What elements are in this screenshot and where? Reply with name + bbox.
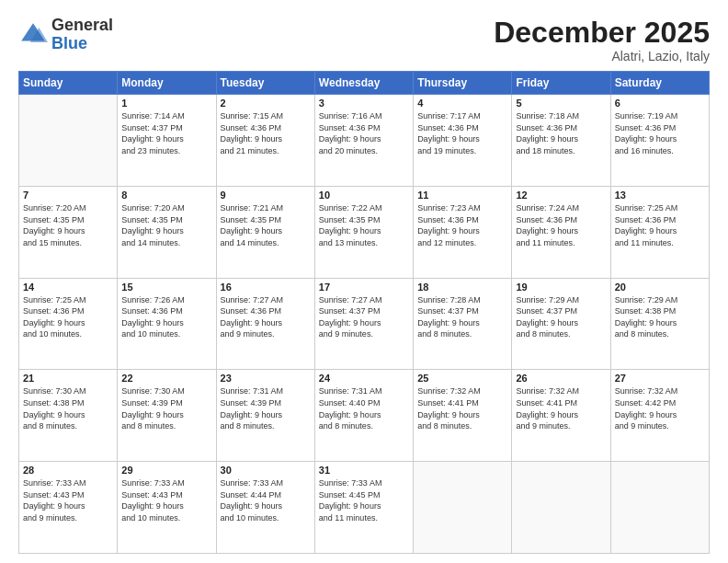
day-info: Sunrise: 7:16 AMSunset: 4:36 PMDaylight:…	[319, 110, 409, 156]
table-row: 3Sunrise: 7:16 AMSunset: 4:36 PMDaylight…	[314, 95, 413, 187]
day-info: Sunrise: 7:32 AMSunset: 4:42 PMDaylight:…	[615, 385, 705, 431]
day-info: Sunrise: 7:31 AMSunset: 4:39 PMDaylight:…	[221, 385, 311, 431]
logo-general: General	[51, 16, 113, 34]
table-row: 8Sunrise: 7:20 AMSunset: 4:35 PMDaylight…	[118, 186, 216, 278]
day-info: Sunrise: 7:32 AMSunset: 4:41 PMDaylight:…	[516, 385, 606, 431]
table-row: 26Sunrise: 7:32 AMSunset: 4:41 PMDayligh…	[512, 370, 610, 462]
logo-blue: Blue	[51, 34, 87, 52]
col-monday: Monday	[118, 72, 216, 95]
day-number: 8	[121, 190, 211, 201]
table-row	[19, 95, 118, 187]
day-number: 19	[516, 282, 606, 293]
day-info: Sunrise: 7:30 AMSunset: 4:38 PMDaylight:…	[23, 385, 113, 431]
table-row: 13Sunrise: 7:25 AMSunset: 4:36 PMDayligh…	[610, 186, 709, 278]
calendar-week-row: 21Sunrise: 7:30 AMSunset: 4:38 PMDayligh…	[19, 370, 710, 462]
day-info: Sunrise: 7:19 AMSunset: 4:36 PMDaylight:…	[615, 110, 705, 156]
table-row: 28Sunrise: 7:33 AMSunset: 4:43 PMDayligh…	[19, 462, 118, 554]
day-number: 2	[221, 98, 311, 109]
day-info: Sunrise: 7:33 AMSunset: 4:45 PMDaylight:…	[319, 477, 409, 523]
logo-icon	[18, 20, 48, 50]
table-row: 16Sunrise: 7:27 AMSunset: 4:36 PMDayligh…	[216, 278, 314, 370]
col-wednesday: Wednesday	[314, 72, 413, 95]
table-row: 7Sunrise: 7:20 AMSunset: 4:35 PMDaylight…	[19, 186, 118, 278]
day-number: 1	[121, 98, 211, 109]
table-row: 1Sunrise: 7:14 AMSunset: 4:37 PMDaylight…	[118, 95, 216, 187]
day-info: Sunrise: 7:27 AMSunset: 4:36 PMDaylight:…	[221, 294, 311, 340]
header: General Blue December 2025 Alatri, Lazio…	[18, 17, 710, 63]
day-info: Sunrise: 7:31 AMSunset: 4:40 PMDaylight:…	[319, 385, 409, 431]
calendar-week-row: 1Sunrise: 7:14 AMSunset: 4:37 PMDaylight…	[19, 95, 710, 187]
logo: General Blue	[18, 17, 113, 53]
day-number: 25	[417, 373, 507, 384]
calendar-week-row: 28Sunrise: 7:33 AMSunset: 4:43 PMDayligh…	[19, 462, 710, 554]
day-number: 29	[121, 465, 211, 476]
calendar-header-row: Sunday Monday Tuesday Wednesday Thursday…	[19, 72, 710, 95]
table-row: 4Sunrise: 7:17 AMSunset: 4:36 PMDaylight…	[414, 95, 512, 187]
table-row: 6Sunrise: 7:19 AMSunset: 4:36 PMDaylight…	[610, 95, 709, 187]
col-thursday: Thursday	[414, 72, 512, 95]
day-info: Sunrise: 7:33 AMSunset: 4:43 PMDaylight:…	[121, 477, 211, 523]
calendar-week-row: 14Sunrise: 7:25 AMSunset: 4:36 PMDayligh…	[19, 278, 710, 370]
day-number: 11	[417, 190, 507, 201]
day-info: Sunrise: 7:25 AMSunset: 4:36 PMDaylight:…	[615, 202, 705, 248]
day-number: 17	[319, 282, 409, 293]
day-number: 12	[516, 190, 606, 201]
table-row: 25Sunrise: 7:32 AMSunset: 4:41 PMDayligh…	[414, 370, 512, 462]
col-saturday: Saturday	[610, 72, 709, 95]
table-row: 14Sunrise: 7:25 AMSunset: 4:36 PMDayligh…	[19, 278, 118, 370]
day-number: 21	[23, 373, 113, 384]
day-info: Sunrise: 7:15 AMSunset: 4:36 PMDaylight:…	[221, 110, 311, 156]
day-info: Sunrise: 7:18 AMSunset: 4:36 PMDaylight:…	[516, 110, 606, 156]
table-row: 23Sunrise: 7:31 AMSunset: 4:39 PMDayligh…	[216, 370, 314, 462]
table-row: 31Sunrise: 7:33 AMSunset: 4:45 PMDayligh…	[314, 462, 413, 554]
calendar-week-row: 7Sunrise: 7:20 AMSunset: 4:35 PMDaylight…	[19, 186, 710, 278]
col-sunday: Sunday	[19, 72, 118, 95]
day-info: Sunrise: 7:33 AMSunset: 4:43 PMDaylight:…	[23, 477, 113, 523]
day-number: 26	[516, 373, 606, 384]
day-info: Sunrise: 7:21 AMSunset: 4:35 PMDaylight:…	[221, 202, 311, 248]
calendar-table: Sunday Monday Tuesday Wednesday Thursday…	[18, 71, 710, 554]
day-info: Sunrise: 7:26 AMSunset: 4:36 PMDaylight:…	[121, 294, 211, 340]
day-info: Sunrise: 7:23 AMSunset: 4:36 PMDaylight:…	[417, 202, 507, 248]
day-number: 4	[417, 98, 507, 109]
day-number: 28	[23, 465, 113, 476]
table-row: 22Sunrise: 7:30 AMSunset: 4:39 PMDayligh…	[118, 370, 216, 462]
day-number: 30	[221, 465, 311, 476]
table-row: 21Sunrise: 7:30 AMSunset: 4:38 PMDayligh…	[19, 370, 118, 462]
table-row: 30Sunrise: 7:33 AMSunset: 4:44 PMDayligh…	[216, 462, 314, 554]
day-number: 27	[615, 373, 705, 384]
day-number: 5	[516, 98, 606, 109]
day-info: Sunrise: 7:14 AMSunset: 4:37 PMDaylight:…	[121, 110, 211, 156]
col-friday: Friday	[512, 72, 610, 95]
day-number: 15	[121, 282, 211, 293]
day-number: 10	[319, 190, 409, 201]
day-number: 7	[23, 190, 113, 201]
table-row: 18Sunrise: 7:28 AMSunset: 4:37 PMDayligh…	[414, 278, 512, 370]
day-number: 18	[417, 282, 507, 293]
day-number: 3	[319, 98, 409, 109]
day-info: Sunrise: 7:27 AMSunset: 4:37 PMDaylight:…	[319, 294, 409, 340]
col-tuesday: Tuesday	[216, 72, 314, 95]
table-row: 9Sunrise: 7:21 AMSunset: 4:35 PMDaylight…	[216, 186, 314, 278]
day-number: 31	[319, 465, 409, 476]
page: General Blue December 2025 Alatri, Lazio…	[0, 0, 728, 563]
calendar-title: December 2025	[494, 17, 710, 49]
day-number: 22	[121, 373, 211, 384]
table-row	[414, 462, 512, 554]
table-row: 10Sunrise: 7:22 AMSunset: 4:35 PMDayligh…	[314, 186, 413, 278]
table-row: 2Sunrise: 7:15 AMSunset: 4:36 PMDaylight…	[216, 95, 314, 187]
table-row: 11Sunrise: 7:23 AMSunset: 4:36 PMDayligh…	[414, 186, 512, 278]
table-row: 27Sunrise: 7:32 AMSunset: 4:42 PMDayligh…	[610, 370, 709, 462]
day-number: 6	[615, 98, 705, 109]
day-number: 13	[615, 190, 705, 201]
title-block: December 2025 Alatri, Lazio, Italy	[494, 17, 710, 63]
day-number: 24	[319, 373, 409, 384]
day-info: Sunrise: 7:24 AMSunset: 4:36 PMDaylight:…	[516, 202, 606, 248]
day-info: Sunrise: 7:28 AMSunset: 4:37 PMDaylight:…	[417, 294, 507, 340]
day-info: Sunrise: 7:33 AMSunset: 4:44 PMDaylight:…	[221, 477, 311, 523]
day-number: 14	[23, 282, 113, 293]
logo-text: General Blue	[51, 17, 113, 53]
table-row: 12Sunrise: 7:24 AMSunset: 4:36 PMDayligh…	[512, 186, 610, 278]
table-row: 19Sunrise: 7:29 AMSunset: 4:37 PMDayligh…	[512, 278, 610, 370]
day-number: 23	[221, 373, 311, 384]
